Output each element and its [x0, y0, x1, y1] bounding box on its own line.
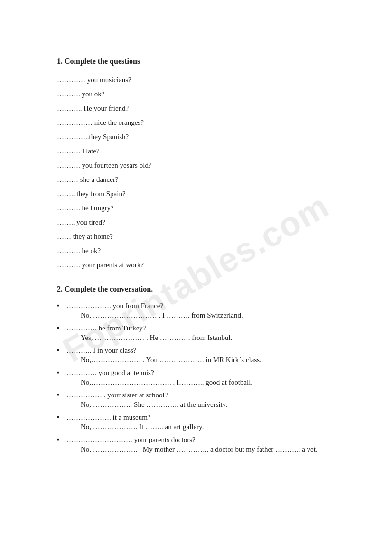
section-2: 2. Complete the conversation. ………………. yo…	[57, 285, 354, 453]
conversation-reply: No, ………………. . My mother ………….. a doctor …	[66, 445, 354, 453]
section-2-title: 2. Complete the conversation.	[57, 285, 354, 293]
conversation-reply: No, ………………. It …….. an art gallery.	[66, 423, 354, 431]
conversation-question: ……….. I in your class?	[66, 347, 354, 355]
conversation-item: ………………. you from France?No, ……………………… . …	[57, 302, 354, 320]
conversation-question: ………………. you from France?	[66, 302, 354, 310]
questions-list: ………… you musicians?………. you ok?……….. He …	[57, 74, 354, 271]
conversation-list: ………………. you from France?No, ……………………… . …	[57, 302, 354, 453]
question-item: ……… she a dancer?	[57, 174, 354, 185]
conversation-item: …………. he from Turkey?Yes, ………………… . He ……	[57, 324, 354, 342]
conversation-item: …………. you good at tennis?No,…………………………….…	[57, 369, 354, 386]
conversation-question: …………….. your sister at school?	[66, 391, 354, 399]
conversation-reply: No,……………………………. . I……….. good at footbal…	[66, 378, 354, 386]
page: Foprintables.com 1. Complete the questio…	[0, 0, 392, 555]
question-item: …………… nice the oranges?	[57, 117, 354, 128]
question-item: ………. I late?	[57, 145, 354, 157]
section-1: 1. Complete the questions ………… you music…	[57, 57, 354, 271]
question-item: ……….. He your friend?	[57, 103, 354, 114]
question-item: …….. you tired?	[57, 216, 354, 228]
question-item: ………. you fourteen yesars old?	[57, 160, 354, 171]
question-item: ………… you musicians?	[57, 74, 354, 85]
question-item: …….. they from Spain?	[57, 188, 354, 199]
question-item: …… they at home?	[57, 231, 354, 242]
question-item: …………..they Spanish?	[57, 131, 354, 142]
question-item: ………. you ok?	[57, 88, 354, 100]
conversation-item: ……….. I in your class?No,………………… . You ……	[57, 347, 354, 364]
conversation-reply: No,………………… . You ………………. in MR Kirk´s cl…	[66, 356, 354, 364]
conversation-question: …………. you good at tennis?	[66, 369, 354, 377]
conversation-question: …………. he from Turkey?	[66, 324, 354, 332]
conversation-question: ………………………. your parents doctors?	[66, 436, 354, 444]
conversation-reply: Yes, ………………… . He …………. from Istanbul.	[66, 334, 354, 342]
conversation-item: ………………………. your parents doctors?No, ……………	[57, 436, 354, 453]
conversation-reply: No, ……………………… . I ………. from Switzerland.	[66, 311, 354, 320]
question-item: ………. he ok?	[57, 245, 354, 256]
conversation-question: ………………. it a museum?	[66, 414, 354, 422]
conversation-item: ………………. it a museum?No, ………………. It …….. …	[57, 414, 354, 431]
question-item: ………. he hungry?	[57, 202, 354, 214]
section-1-title: 1. Complete the questions	[57, 57, 354, 66]
conversation-item: …………….. your sister at school?No, …………….…	[57, 391, 354, 409]
question-item: ………. your parents at work?	[57, 259, 354, 271]
conversation-reply: No, …………….. She ………….. at the university…	[66, 401, 354, 409]
